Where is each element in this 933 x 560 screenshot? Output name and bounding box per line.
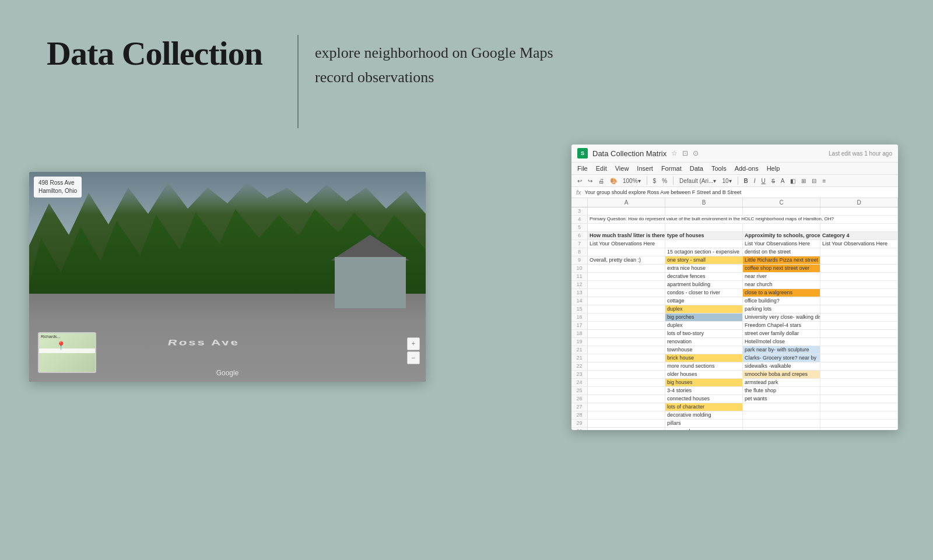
cell-b[interactable]: townhouse xyxy=(665,346,743,354)
cell-b[interactable]: big houses xyxy=(665,379,743,386)
cell-c[interactable]: List Your Observations Here xyxy=(743,240,820,248)
cell-a[interactable] xyxy=(588,387,665,395)
cell-c[interactable] xyxy=(743,207,820,215)
cell-a[interactable] xyxy=(588,330,665,337)
cell-a[interactable] xyxy=(588,371,665,378)
cell-c[interactable] xyxy=(743,403,820,411)
zoom-in-button[interactable]: + xyxy=(407,337,420,350)
cell-c[interactable]: office building? xyxy=(743,297,820,305)
cell-b[interactable]: more round sections xyxy=(665,362,743,370)
cell-b[interactable]: apartment building xyxy=(665,281,743,288)
cell-b[interactable]: 15 octagon section - expensive xyxy=(665,248,743,256)
zoom-select[interactable]: 100%▾ xyxy=(622,177,642,185)
cell-c[interactable] xyxy=(743,420,820,427)
cell-c[interactable]: Freedom Chapel-4 stars xyxy=(743,322,820,329)
cell-c[interactable] xyxy=(743,224,820,231)
cell-c[interactable]: Little Richards Pizza next street over xyxy=(743,256,820,264)
menu-view[interactable]: View xyxy=(615,164,629,173)
cell-d[interactable] xyxy=(820,330,898,337)
cell-a[interactable] xyxy=(588,395,665,403)
cell-a[interactable] xyxy=(588,403,665,411)
menu-help[interactable]: Help xyxy=(767,164,780,173)
cell-d[interactable] xyxy=(820,354,898,362)
cell-c[interactable]: coffee shop next street over xyxy=(743,265,820,272)
cell-b[interactable]: duplex xyxy=(665,322,743,329)
cell-c[interactable]: the flute shop xyxy=(743,387,820,395)
cell-d[interactable] xyxy=(820,379,898,386)
cell-d[interactable] xyxy=(820,248,898,256)
cell-c[interactable]: dentist on the street xyxy=(743,248,820,256)
cell-b[interactable]: brick house xyxy=(665,354,743,362)
menu-data[interactable]: Data xyxy=(690,164,703,173)
cell-c[interactable]: park near by- with sculpture xyxy=(743,346,820,354)
cell-a[interactable] xyxy=(588,362,665,370)
cell-d[interactable] xyxy=(820,207,898,215)
menu-insert[interactable]: Insert xyxy=(637,164,653,173)
cell-b[interactable]: type of houses xyxy=(665,232,743,240)
cell-b[interactable]: lots of two-story xyxy=(665,330,743,337)
align-button[interactable]: ≡ xyxy=(821,177,827,185)
paint-button[interactable]: 🎨 xyxy=(609,177,618,185)
cell-c[interactable]: University very close- walking distance xyxy=(743,314,820,321)
cell-d[interactable] xyxy=(820,224,898,231)
italic-button[interactable]: I xyxy=(753,177,757,185)
cell-a[interactable] xyxy=(588,338,665,346)
cell-d[interactable] xyxy=(820,305,898,313)
cell-a[interactable] xyxy=(588,428,665,430)
undo-button[interactable]: ↩ xyxy=(576,177,583,185)
cell-d[interactable] xyxy=(820,265,898,272)
cell-d[interactable]: List Your Observations Here xyxy=(820,240,898,248)
cell-b[interactable]: one story - small xyxy=(665,256,743,264)
cell-b[interactable]: connected houses xyxy=(665,395,743,403)
cell-d[interactable] xyxy=(820,346,898,354)
cell-d[interactable] xyxy=(820,297,898,305)
font-size[interactable]: 10▾ xyxy=(721,177,732,185)
cell-d[interactable] xyxy=(820,322,898,329)
cell-c[interactable]: parking lots xyxy=(743,305,820,313)
cell-c[interactable]: Hotel/motel close xyxy=(743,338,820,346)
cell-a[interactable] xyxy=(588,305,665,313)
cell-c[interactable]: pet wants xyxy=(743,395,820,403)
cell-d[interactable] xyxy=(820,289,898,297)
cell-d[interactable] xyxy=(820,403,898,411)
cell-b[interactable]: decorative molding xyxy=(665,411,743,419)
cell-c[interactable]: Approximity to schools, grocery xyxy=(743,232,820,240)
cell-b[interactable]: pillars xyxy=(665,420,743,427)
cell-b[interactable] xyxy=(665,240,743,248)
cell-a[interactable] xyxy=(588,281,665,288)
cell-c[interactable]: smoochie boba and crepes xyxy=(743,371,820,378)
cell-a[interactable] xyxy=(588,289,665,297)
cell-question[interactable]: Primary Question: How do represent value… xyxy=(588,216,898,223)
cell-c[interactable] xyxy=(743,428,820,430)
cell-d[interactable] xyxy=(820,314,898,321)
cell-b[interactable]: cottage xyxy=(665,297,743,305)
cell-a[interactable] xyxy=(588,314,665,321)
cell-c[interactable]: near river xyxy=(743,273,820,280)
menu-addons[interactable]: Add-ons xyxy=(735,164,759,173)
menu-edit[interactable]: Edit xyxy=(596,164,607,173)
cell-a[interactable]: Overall, pretty clean :) xyxy=(588,256,665,264)
cell-b[interactable]: older houses xyxy=(665,371,743,378)
underline-button[interactable]: U xyxy=(760,177,767,185)
cell-d[interactable] xyxy=(820,395,898,403)
cell-c[interactable]: close to a walgreens xyxy=(743,289,820,297)
fill-color-button[interactable]: ◧ xyxy=(789,177,797,185)
cell-a[interactable] xyxy=(588,420,665,427)
cell-c[interactable]: Clarks- Grocery store? near by xyxy=(743,354,820,362)
cell-d[interactable] xyxy=(820,428,898,430)
cell-a[interactable] xyxy=(588,379,665,386)
strikethrough-button[interactable]: S̶ xyxy=(770,177,776,185)
cell-b[interactable]: renovation xyxy=(665,338,743,346)
print-button[interactable]: 🖨 xyxy=(597,177,605,185)
cell-a[interactable] xyxy=(588,207,665,215)
cell-d[interactable] xyxy=(820,411,898,419)
bold-button[interactable]: B xyxy=(743,177,749,185)
cell-b[interactable] xyxy=(665,224,743,231)
menu-tools[interactable]: Tools xyxy=(711,164,727,173)
cell-b[interactable]: 3-4 stories xyxy=(665,387,743,395)
cell-a[interactable] xyxy=(588,224,665,231)
cell-a[interactable]: How much trash/ litter is there in the s… xyxy=(588,232,665,240)
text-color-button[interactable]: A xyxy=(780,177,786,185)
cell-d[interactable]: Category 4 xyxy=(820,232,898,240)
cell-d[interactable] xyxy=(820,362,898,370)
